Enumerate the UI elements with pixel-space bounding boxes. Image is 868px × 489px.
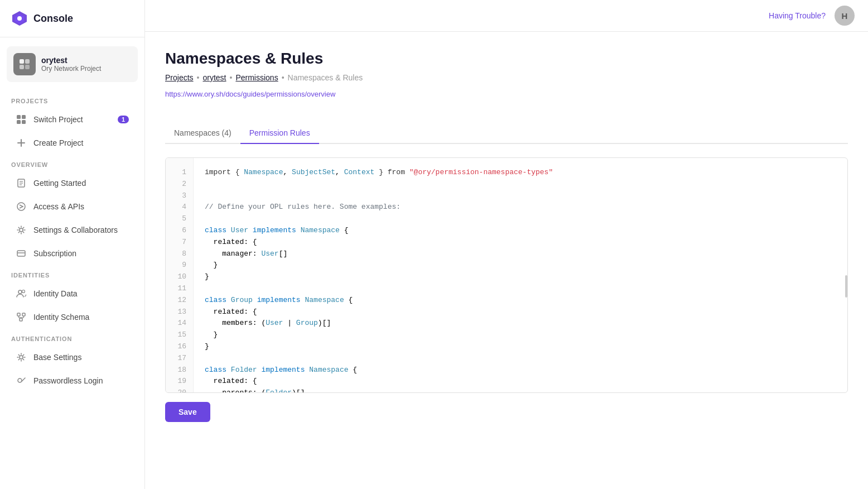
- card-icon: [16, 248, 27, 259]
- code-line: parents: (Folder)[]: [205, 387, 836, 392]
- section-label-overview: OVERVIEW: [0, 155, 144, 171]
- line-number: 19: [172, 376, 186, 387]
- sidebar-item-subscription[interactable]: Subscription: [4, 242, 140, 265]
- breadcrumb-current: Namespaces & Rules: [288, 73, 363, 82]
- line-number: 16: [172, 341, 186, 353]
- svg-rect-23: [17, 313, 20, 316]
- line-number: 10: [172, 271, 186, 283]
- code-line: class Group implements Namespace {: [205, 295, 836, 306]
- svg-rect-24: [22, 313, 25, 316]
- svg-rect-10: [22, 120, 26, 124]
- code-line: class Folder implements Namespace {: [205, 365, 836, 376]
- section-label-identities: IDENTITIES: [0, 265, 144, 282]
- code-line: [205, 213, 836, 225]
- svg-rect-7: [17, 115, 21, 119]
- line-number: 4: [172, 202, 186, 213]
- sidebar-item-create-project[interactable]: Create Project: [4, 132, 140, 154]
- user-avatar[interactable]: H: [835, 6, 855, 26]
- sidebar-item-settings-collaborators[interactable]: Settings & Collaborators: [4, 219, 140, 241]
- schema-icon: [16, 311, 27, 323]
- line-numbers: 123456789101112131415161718192021222324: [166, 158, 194, 392]
- code-line: members: (User | Group)[]: [205, 318, 836, 329]
- project-card[interactable]: orytest Ory Network Project: [7, 46, 138, 82]
- sidebar-item-base-settings[interactable]: Base Settings: [4, 346, 140, 368]
- code-line: manager: User[]: [205, 248, 836, 260]
- breadcrumb-projects[interactable]: Projects: [165, 73, 194, 82]
- save-button[interactable]: Save: [165, 402, 210, 422]
- code-line: }: [205, 341, 836, 353]
- section-label-projects: PROJECTS: [0, 91, 144, 108]
- sidebar-item-identity-data[interactable]: Identity Data: [4, 282, 140, 305]
- line-number: 11: [172, 283, 186, 295]
- key-icon: [16, 375, 27, 386]
- svg-rect-25: [20, 318, 22, 321]
- subscription-label: Subscription: [33, 249, 129, 258]
- line-number: 3: [172, 190, 186, 202]
- ory-logo-icon: [11, 10, 28, 27]
- tabs: Namespaces (4) Permission Rules: [165, 123, 848, 144]
- sidebar-item-switch-project[interactable]: Switch Project 1: [4, 108, 140, 131]
- users-icon: [16, 288, 27, 299]
- project-type: Ory Network Project: [41, 65, 101, 73]
- app-title: Console: [33, 13, 73, 25]
- sidebar-item-identity-schema[interactable]: Identity Schema: [4, 306, 140, 328]
- svg-rect-19: [17, 251, 25, 256]
- line-number: 17: [172, 353, 186, 365]
- line-number: 18: [172, 365, 186, 376]
- book-icon: [16, 178, 27, 189]
- line-number: 6: [172, 225, 186, 237]
- svg-point-18: [20, 228, 23, 232]
- switch-project-badge: 1: [118, 116, 129, 123]
- line-number: 13: [172, 306, 186, 318]
- breadcrumb: Projects • orytest • Permissions • Names…: [165, 73, 848, 82]
- sidebar-item-getting-started[interactable]: Getting Started: [4, 172, 140, 194]
- having-trouble-link[interactable]: Having Trouble?: [769, 11, 826, 20]
- breadcrumb-sep-1: •: [197, 73, 200, 82]
- svg-rect-5: [20, 65, 24, 69]
- code-line: }: [205, 260, 836, 271]
- code-line: class User implements Namespace {: [205, 225, 836, 237]
- page-content: Namespaces & Rules Projects • orytest • …: [145, 32, 868, 489]
- project-info: orytest Ory Network Project: [41, 56, 101, 73]
- code-content[interactable]: import { Namespace, SubjectSet, Context …: [194, 158, 847, 392]
- scrollbar[interactable]: [845, 275, 847, 298]
- svg-rect-3: [20, 59, 24, 64]
- code-editor[interactable]: 123456789101112131415161718192021222324 …: [166, 158, 847, 392]
- api-icon: [16, 201, 27, 212]
- tab-namespaces[interactable]: Namespaces (4): [165, 123, 240, 144]
- breadcrumb-sep-2: •: [230, 73, 233, 82]
- tab-permission-rules[interactable]: Permission Rules: [240, 123, 319, 144]
- svg-point-30: [20, 356, 23, 359]
- sidebar-item-access-apis[interactable]: Access & APIs: [4, 195, 140, 218]
- breadcrumb-permissions[interactable]: Permissions: [235, 73, 278, 82]
- code-line: related: {: [205, 376, 836, 387]
- getting-started-label: Getting Started: [33, 179, 129, 188]
- svg-rect-4: [25, 59, 30, 64]
- code-line: import { Namespace, SubjectSet, Context …: [205, 167, 836, 179]
- line-number: 7: [172, 237, 186, 248]
- line-number: 14: [172, 318, 186, 329]
- svg-point-21: [18, 290, 22, 294]
- passwordless-login-label: Passwordless Login: [33, 376, 129, 385]
- create-project-label: Create Project: [33, 138, 129, 147]
- svg-rect-12: [17, 142, 25, 143]
- base-settings-label: Base Settings: [33, 353, 129, 362]
- line-number: 9: [172, 260, 186, 271]
- line-number: 5: [172, 213, 186, 225]
- code-line: [205, 190, 836, 202]
- docs-link[interactable]: https://www.ory.sh/docs/guides/permissio…: [165, 90, 335, 98]
- code-line: related: {: [205, 237, 836, 248]
- main-content: Having Trouble? H Namespaces & Rules Pro…: [145, 0, 868, 489]
- code-line: related: {: [205, 306, 836, 318]
- code-editor-container: 123456789101112131415161718192021222324 …: [165, 157, 848, 393]
- access-apis-label: Access & APIs: [33, 202, 129, 211]
- line-number: 2: [172, 179, 186, 190]
- project-avatar-icon: [13, 53, 36, 75]
- settings-collaborators-label: Settings & Collaborators: [33, 226, 129, 234]
- sidebar-item-passwordless-login[interactable]: Passwordless Login: [4, 370, 140, 392]
- plus-icon: [16, 137, 27, 148]
- section-label-authentication: AUTHENTICATION: [0, 329, 144, 346]
- identity-data-label: Identity Data: [33, 289, 129, 298]
- breadcrumb-project-name[interactable]: orytest: [202, 73, 226, 82]
- svg-point-22: [22, 290, 25, 293]
